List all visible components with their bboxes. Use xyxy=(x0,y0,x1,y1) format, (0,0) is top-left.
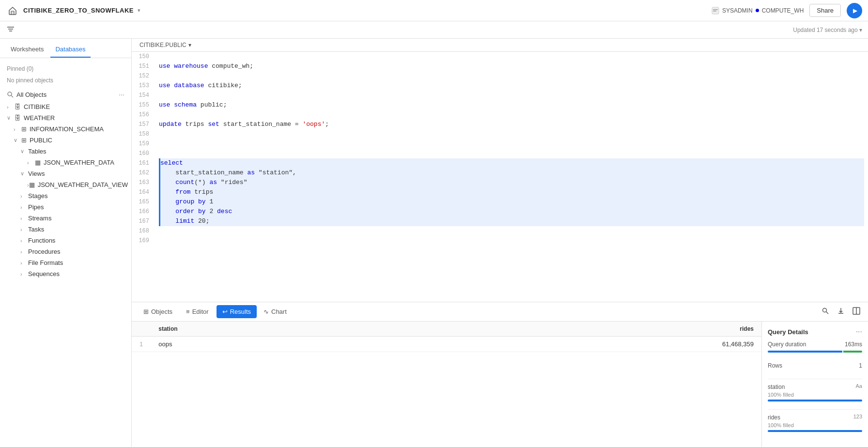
chevron-icon: › xyxy=(20,271,28,277)
qd-duration-bar xyxy=(768,351,862,353)
line-number: 165 xyxy=(138,197,149,207)
code-editor[interactable]: 1501511521531541551561571581591601611621… xyxy=(132,52,868,302)
qd-rides-type: 123 xyxy=(853,414,862,419)
all-objects-row[interactable]: All Objects ··· xyxy=(0,88,131,101)
code-line[interactable]: count(*) as "rides" xyxy=(159,178,864,187)
tab-databases[interactable]: Databases xyxy=(50,43,90,58)
table-row[interactable]: 1 oops 61,468,359 xyxy=(132,337,761,352)
col-station-header[interactable]: station xyxy=(151,322,409,337)
share-button[interactable]: Share xyxy=(809,4,841,17)
more-icon[interactable]: ··· xyxy=(119,91,124,98)
svg-point-7 xyxy=(8,92,12,96)
code-line[interactable]: select xyxy=(159,158,864,168)
line-number: 153 xyxy=(138,81,149,91)
tree-item-pipes[interactable]: › Pipes xyxy=(0,201,131,213)
tree-item-json-weather-data[interactable]: › ▦ JSON_WEATHER_DATA xyxy=(0,157,131,168)
tab-chart[interactable]: ∿ Chart xyxy=(259,305,292,318)
chart-tab-icon: ∿ xyxy=(264,308,269,315)
download-button[interactable] xyxy=(835,305,847,319)
code-line[interactable]: start_station_name as "station", xyxy=(159,168,864,178)
db-icon: 🗄 xyxy=(15,114,21,122)
qd-rides-bar-bg xyxy=(768,430,862,432)
bottom-tabs: ⊞ Objects ≡ Editor ↩ Results ∿ Chart xyxy=(132,302,868,322)
tree-item-json-weather-data-view[interactable]: › ▦ JSON_WEATHER_DATA_VIEW xyxy=(0,179,131,190)
tree-label-file-formats: File Formats xyxy=(28,259,63,266)
col-rides-header[interactable]: rides xyxy=(409,322,761,337)
tree-item-weather[interactable]: ∨ 🗄 WEATHER xyxy=(0,112,131,123)
no-pinned-text: No pinned objects xyxy=(0,75,131,88)
chevron-icon: › xyxy=(7,104,15,110)
home-icon[interactable] xyxy=(6,4,19,17)
line-number: 160 xyxy=(138,149,149,158)
tree-item-functions[interactable]: › Functions xyxy=(0,235,131,246)
svg-line-10 xyxy=(826,311,829,314)
query-details-more[interactable]: ··· xyxy=(856,327,862,336)
tree-item-file-formats[interactable]: › File Formats xyxy=(0,257,131,268)
chevron-icon: › xyxy=(20,193,28,199)
breadcrumb-text[interactable]: CITIBIKE.PUBLIC xyxy=(140,42,186,48)
qd-station-fill: 100% filled xyxy=(768,392,862,398)
tree-item-tasks[interactable]: › Tasks xyxy=(0,224,131,235)
breadcrumb-arrow[interactable]: ▾ xyxy=(188,42,191,48)
code-line[interactable]: from trips xyxy=(159,187,864,197)
tab-objects[interactable]: ⊞ Objects xyxy=(138,305,178,318)
project-chevron-icon[interactable]: ▾ xyxy=(138,7,140,14)
tree-item-views[interactable]: ∨ Views xyxy=(0,168,131,179)
code-line[interactable]: update trips set start_station_name = 'o… xyxy=(159,120,864,129)
tree-item-public[interactable]: ∨ ⊞ PUBLIC xyxy=(0,135,131,146)
code-line[interactable]: use database citibike; xyxy=(159,81,864,91)
bottom-content: station rides 1 oops 61,468,359 Query De… xyxy=(132,322,868,447)
tab-editor[interactable]: ≡ Editor xyxy=(180,305,215,318)
line-number: 152 xyxy=(138,71,149,81)
qd-station-type: Aa xyxy=(856,383,862,389)
tab-worksheets[interactable]: Worksheets xyxy=(6,43,48,58)
qd-col-station: station Aa 100% filled xyxy=(768,383,862,401)
tree-label-functions: Functions xyxy=(28,237,55,244)
filter-button[interactable] xyxy=(6,24,16,35)
code-line[interactable]: order by 2 desc xyxy=(159,207,864,216)
tab-objects-label: Objects xyxy=(151,308,172,315)
qd-duration-row: Query duration 163ms xyxy=(768,341,862,355)
code-line[interactable] xyxy=(159,52,864,62)
qd-rows-text: Rows xyxy=(768,362,782,369)
tree-item-stages[interactable]: › Stages xyxy=(0,190,131,201)
split-view-button[interactable] xyxy=(851,305,862,319)
code-line[interactable] xyxy=(159,226,864,236)
chevron-icon: › xyxy=(20,216,28,221)
code-line[interactable] xyxy=(159,91,864,100)
code-line[interactable] xyxy=(159,71,864,81)
code-line[interactable] xyxy=(159,149,864,158)
svg-point-9 xyxy=(823,308,827,312)
tab-chart-label: Chart xyxy=(271,308,287,315)
tree-item-procedures[interactable]: › Procedures xyxy=(0,246,131,257)
project-title: CITIBIKE_ZERO_TO_SNOWFLAKE xyxy=(23,7,134,14)
qd-station-bar-fill xyxy=(768,400,862,401)
line-number: 167 xyxy=(138,216,149,226)
qd-duration-green xyxy=(843,351,862,353)
code-line[interactable]: use warehouse compute_wh; xyxy=(159,62,864,71)
code-line[interactable]: group by 1 xyxy=(159,197,864,207)
code-lines[interactable]: use warehouse compute_wh; use database c… xyxy=(155,52,868,302)
code-line[interactable]: use schema public; xyxy=(159,100,864,110)
search-icon xyxy=(7,91,14,98)
chevron-icon: ∨ xyxy=(20,170,28,177)
code-line[interactable]: limit 20; xyxy=(159,216,864,226)
query-details-header: Query Details ··· xyxy=(768,327,862,336)
code-line[interactable] xyxy=(159,139,864,149)
chevron-icon: › xyxy=(20,260,28,266)
code-line[interactable] xyxy=(159,236,864,246)
run-button[interactable] xyxy=(847,3,862,18)
objects-tab-icon: ⊞ xyxy=(143,308,149,315)
tree-label-pipes: Pipes xyxy=(28,203,44,211)
tree-item-info-schema[interactable]: › ⊞ INFORMATION_SCHEMA xyxy=(0,123,131,135)
status-dot xyxy=(756,9,759,12)
code-line[interactable] xyxy=(159,110,864,120)
tree-item-tables[interactable]: ∨ Tables xyxy=(0,146,131,157)
tree-item-sequences[interactable]: › Sequences xyxy=(0,268,131,279)
line-number: 159 xyxy=(138,139,149,149)
tree-item-streams[interactable]: › Streams xyxy=(0,213,131,224)
code-line[interactable] xyxy=(159,129,864,139)
tree-item-citibike[interactable]: › 🗄 CITIBIKE xyxy=(0,101,131,112)
tab-results[interactable]: ↩ Results xyxy=(217,305,257,318)
search-results-button[interactable] xyxy=(820,305,831,319)
